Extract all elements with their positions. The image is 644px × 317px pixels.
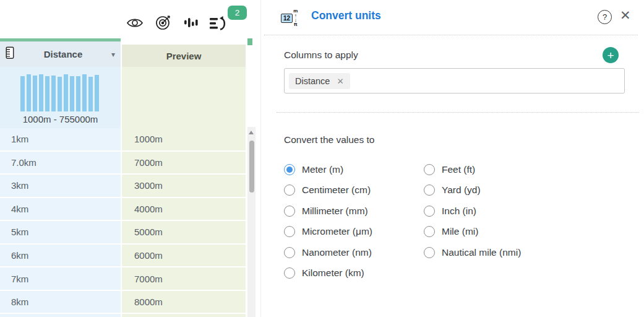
radio-icon[interactable] [284, 267, 295, 279]
table-row[interactable]: 4km [0, 198, 121, 222]
table-row[interactable]: 5000m [122, 221, 246, 245]
unit-option-centimeter-cm[interactable]: Centimeter (cm) [284, 185, 372, 196]
table-row[interactable]: 7000m [122, 267, 246, 291]
table-row[interactable]: 1km [0, 128, 121, 152]
table-row[interactable]: 1000m [122, 128, 246, 152]
unit-option-label: Mile (mi) [442, 226, 478, 237]
histogram-bar [58, 77, 62, 111]
target-icon[interactable] [155, 14, 172, 31]
unit-option-micrometer-m[interactable]: Micrometer (μm) [284, 226, 372, 238]
histogram-bar [39, 74, 43, 111]
radio-icon[interactable] [284, 206, 295, 217]
preview-histogram-cell [122, 67, 246, 128]
unit-option-label: Nanometer (nm) [302, 247, 372, 258]
header-separator [264, 35, 638, 35]
histogram-bar [95, 75, 99, 111]
columns-to-apply-label: Columns to apply [284, 50, 358, 61]
column-chip-distance[interactable]: Distance ✕ [289, 73, 350, 89]
table-row[interactable]: 7km [0, 267, 121, 291]
radio-icon[interactable] [424, 226, 435, 237]
table-row[interactable]: 8km [0, 291, 121, 315]
preview-rows: 1000m7000m3000m4000m5000m6000m7000m8000m [122, 128, 246, 317]
ruler-icon [6, 46, 15, 62]
chip-remove-icon[interactable]: ✕ [337, 76, 343, 86]
column-title: Distance [15, 49, 111, 59]
histogram-bar [33, 76, 37, 111]
distance-histogram-cell[interactable]: 1000m - 755000m [0, 67, 121, 128]
radio-icon[interactable] [424, 164, 435, 175]
unit-option-kilometer-km[interactable]: Kilometer (km) [284, 267, 372, 279]
help-icon[interactable]: ? [598, 10, 612, 24]
unit-option-feet-ft[interactable]: Feet (ft) [424, 163, 521, 175]
histogram-range-label: 1000m - 755000m [0, 114, 121, 124]
panel-divider [260, 0, 261, 317]
unit-option-label: Micrometer (μm) [302, 226, 372, 237]
dataprep-window: 2 Distance ▾ 1000m - 755000m 1km7.0km3km… [0, 0, 644, 317]
section-separator [277, 112, 639, 113]
table-row[interactable]: 5km [0, 221, 121, 245]
table-row[interactable]: 6000m [122, 245, 246, 268]
column-menu-arrow[interactable]: ▾ [111, 50, 115, 59]
chip-label: Distance [295, 76, 330, 86]
convert-units-icon-units: m ↑ ↓ ft [293, 9, 298, 27]
unit-option-yard-yd[interactable]: Yard (yd) [424, 185, 521, 196]
distance-rows: 1km7.0km3km4km5km6km7km8km [0, 128, 121, 317]
unit-option-nanometer-nm[interactable]: Nanometer (nm) [284, 246, 372, 258]
table-row[interactable]: 7000m [122, 152, 246, 175]
columns-input[interactable]: Distance ✕ [284, 68, 625, 93]
histogram-bar [70, 76, 74, 111]
histogram-bar [20, 76, 25, 111]
table-row[interactable]: 6km [0, 245, 121, 268]
unit-option-nautical-mile-nmi[interactable]: Nautical mile (nmi) [424, 246, 521, 258]
table-row[interactable]: 7.0km [0, 152, 121, 175]
unit-option-label: Nautical mile (nmi) [442, 247, 521, 258]
convert-units-icon: 12 m ↑ ↓ ft [281, 8, 307, 28]
histogram-bar [76, 76, 80, 111]
radio-selected-icon[interactable] [284, 164, 295, 175]
radio-icon[interactable] [284, 185, 295, 196]
panel-title: Convert units [311, 9, 381, 22]
unit-option-label: Millimeter (mm) [302, 206, 368, 217]
histogram [20, 74, 99, 111]
column-stats-icon[interactable] [184, 16, 199, 30]
unit-option-label: Centimeter (cm) [302, 185, 371, 196]
radio-icon[interactable] [424, 247, 435, 258]
unit-options-left: Meter (m)Centimeter (cm)Millimeter (mm)M… [284, 163, 372, 279]
steps-count-badge[interactable]: 2 [228, 6, 247, 20]
scroll-up-arrow-icon[interactable] [249, 131, 254, 134]
unit-option-meter-m[interactable]: Meter (m) [284, 163, 372, 175]
table-row[interactable]: 8000m [122, 291, 246, 315]
scrollbar-thumb[interactable] [249, 141, 254, 193]
convert-values-label: Convert the values to [284, 134, 374, 145]
applied-steps-icon[interactable] [209, 15, 228, 32]
add-column-button[interactable]: + [603, 47, 619, 63]
unit-option-label: Inch (in) [442, 206, 476, 217]
unit-option-label: Meter (m) [302, 164, 343, 175]
radio-icon[interactable] [424, 206, 435, 217]
column-title: Preview [166, 51, 202, 61]
scrollbar-column-marker [247, 38, 252, 45]
table-scrollbar[interactable] [247, 127, 255, 317]
table-row[interactable]: 3000m [122, 175, 246, 198]
histogram-bar [64, 74, 68, 111]
radio-icon[interactable] [284, 226, 295, 237]
eye-icon[interactable] [126, 15, 144, 31]
unit-option-inch-in[interactable]: Inch (in) [424, 205, 521, 217]
histogram-bar [88, 77, 93, 111]
column-header-preview: Preview [122, 45, 246, 67]
unit-option-label: Feet (ft) [442, 164, 475, 175]
radio-icon[interactable] [424, 185, 435, 196]
table-row[interactable]: 3km [0, 175, 121, 198]
histogram-bar [45, 76, 49, 111]
unit-option-label: Yard (yd) [442, 185, 481, 196]
radio-icon[interactable] [284, 247, 295, 258]
histogram-bar [82, 74, 87, 111]
unit-option-label: Kilometer (km) [302, 267, 364, 279]
column-header-distance[interactable]: Distance ▾ [0, 41, 121, 67]
table-row[interactable]: 4000m [122, 198, 246, 222]
unit-option-mile-mi[interactable]: Mile (mi) [424, 226, 521, 238]
histogram-bar [27, 74, 31, 111]
unit-option-millimeter-mm[interactable]: Millimeter (mm) [284, 205, 372, 217]
histogram-bar [51, 76, 56, 111]
close-icon[interactable]: ✕ [620, 8, 631, 23]
